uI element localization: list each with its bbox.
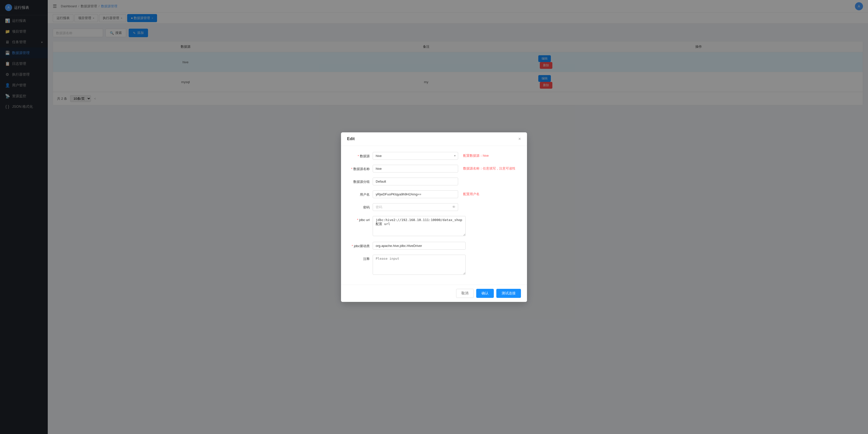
datasource-label: 数据源 [347,152,370,159]
password-input[interactable] [373,203,458,211]
username-label: 用户名 [347,190,370,197]
jdbc-driver-label: jdbc驱动类 [347,242,370,248]
jdbc-url-label: jdbc url [347,216,370,222]
confirm-button[interactable]: 确认 [476,289,494,298]
username-control [373,190,458,198]
modal-footer: 取消 确认 测试连接 [341,285,527,302]
modal-overlay[interactable]: Edit × 数据源 hive mysql ▾ 配置数据源：hive 数据源名称 [0,0,868,434]
modal-header: Edit × [341,132,527,146]
form-row-datasource-name: 数据源名称 数据源名称：任意填写，注意可读性 [347,165,521,172]
form-row-comment: 注释 [347,255,521,275]
form-row-jdbc-url: jdbc url jdbc:hive2://192.168.10.111:100… [347,216,521,237]
group-input[interactable] [373,177,458,186]
eye-icon[interactable]: 👁 [452,205,456,209]
datasource-hint: 配置数据源：hive [461,152,489,158]
datasource-select[interactable]: hive mysql [373,152,458,160]
form-row-datasource: 数据源 hive mysql ▾ 配置数据源：hive [347,152,521,160]
edit-modal: Edit × 数据源 hive mysql ▾ 配置数据源：hive 数据源名称 [341,132,527,302]
form-row-jdbc-driver: jdbc驱动类 [347,242,521,249]
jdbc-url-textarea[interactable]: jdbc:hive2://192.168.10.111:10000/datax_… [373,216,466,236]
modal-title: Edit [347,137,354,141]
modal-body: 数据源 hive mysql ▾ 配置数据源：hive 数据源名称 数据源名称：… [341,146,527,285]
form-row-password: 密码 👁 [347,203,521,211]
datasource-name-label: 数据源名称 [347,165,370,171]
comment-control [373,255,466,275]
jdbc-driver-input[interactable] [373,242,466,249]
password-control: 👁 [373,203,458,211]
close-icon[interactable]: × [518,136,521,142]
test-connection-button[interactable]: 测试连接 [496,289,521,298]
datasource-name-control [373,165,458,172]
group-control [373,177,458,186]
form-row-username: 用户名 配置用户名 [347,190,521,198]
jdbc-driver-control [373,242,466,249]
username-input[interactable] [373,190,458,198]
cancel-button[interactable]: 取消 [456,289,474,298]
datasource-name-hint: 数据源名称：任意填写，注意可读性 [461,165,516,171]
datasource-name-input[interactable] [373,165,458,172]
comment-textarea[interactable] [373,255,466,275]
datasource-select-wrap: hive mysql ▾ [373,152,458,160]
comment-label: 注释 [347,255,370,261]
jdbc-url-control: jdbc:hive2://192.168.10.111:10000/datax_… [373,216,466,237]
password-label: 密码 [347,203,370,210]
group-label: 数据源分组 [347,177,370,184]
username-hint: 配置用户名 [461,190,479,196]
form-row-group: 数据源分组 [347,177,521,186]
